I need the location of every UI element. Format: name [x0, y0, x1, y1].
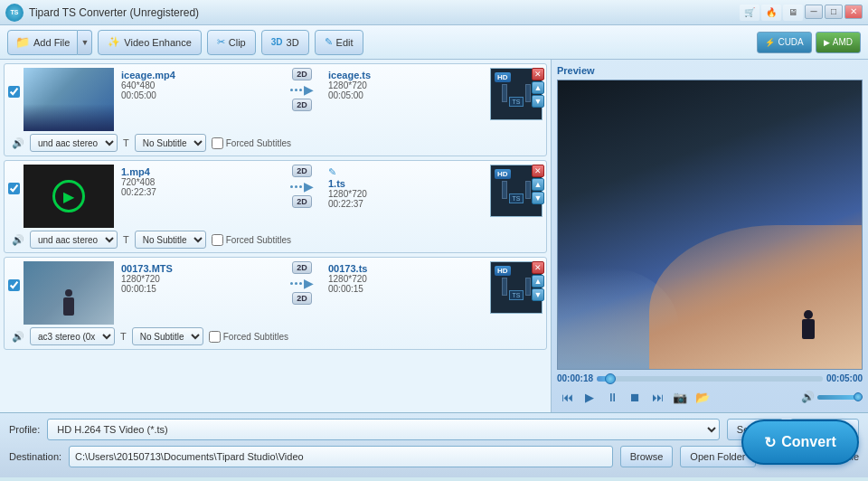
clip-label: Clip	[229, 37, 246, 48]
forced-subtitle-checkbox[interactable]	[212, 137, 223, 149]
file-list: iceage.mp4 640*480 00:05:00 2D ▶ 2D icea…	[0, 60, 552, 412]
file-checkbox[interactable]	[8, 86, 20, 98]
fire-icon[interactable]: 🔥	[761, 5, 781, 21]
audio-select[interactable]: und aac stereo	[30, 231, 118, 249]
volume-bar[interactable]	[817, 395, 863, 400]
subtitle-select[interactable]: No Subtitle	[132, 327, 203, 345]
output-2d-badge: 2D	[292, 195, 312, 208]
skip-back-button[interactable]: ⏮	[557, 387, 577, 407]
convert-button-wrap: ↻ Convert	[741, 420, 859, 465]
play-button[interactable]: ▶	[580, 387, 599, 407]
screenshot-button[interactable]: 📷	[670, 387, 690, 407]
current-time-label: 00:00:18	[557, 373, 593, 383]
convert-label: Convert	[781, 434, 835, 450]
add-file-dropdown[interactable]: ▼	[78, 30, 92, 55]
cart-icon[interactable]: 🛒	[740, 5, 760, 21]
progress-thumb[interactable]	[605, 373, 616, 384]
convert-button[interactable]: ↻ Convert	[741, 420, 859, 465]
file-thumbnail	[24, 261, 114, 325]
title-bar: TS Tipard TS Converter (Unregistered) 🛒 …	[0, 0, 868, 25]
cuda-button[interactable]: ⚡ CUDA	[757, 32, 811, 53]
play-icon: ▶	[52, 180, 85, 212]
add-file-icon: 📁	[15, 35, 30, 49]
item-controls: ✕ ▲ ▼	[532, 165, 544, 204]
audio-select[interactable]: ac3 stereo (0x	[30, 327, 115, 345]
file-name: iceage.mp4	[121, 70, 276, 80]
subtitle-select[interactable]: No Subtitle	[135, 231, 206, 249]
output-2d-badge: 2D	[292, 292, 312, 305]
clip-icon: ✂	[217, 36, 225, 48]
forced-subtitle-checkbox[interactable]	[212, 234, 223, 246]
close-button[interactable]: ✕	[844, 5, 863, 19]
file-info: 1.mp4 720*408 00:22:37	[118, 165, 279, 199]
hd-badge: HD	[495, 169, 511, 179]
bottom-bar: Profile: HD H.264 TS Video (*.ts) Settin…	[0, 412, 868, 477]
list-item: iceage.mp4 640*480 00:05:00 2D ▶ 2D icea…	[4, 63, 547, 156]
scroll-down-button[interactable]: ▼	[532, 95, 544, 108]
list-item: ▶ 1.mp4 720*408 00:22:37 2D ▶ 2D	[4, 160, 547, 253]
profile-row: Profile: HD H.264 TS Video (*.ts) Settin…	[9, 419, 859, 440]
forced-subtitle-checkbox[interactable]	[209, 331, 221, 343]
profile-select[interactable]: HD H.264 TS Video (*.ts)	[47, 419, 720, 440]
folder-button[interactable]: 📂	[693, 387, 712, 407]
subtitle-select[interactable]: No Subtitle	[135, 134, 206, 152]
preview-scene	[558, 80, 862, 369]
clip-button[interactable]: ✂ Clip	[207, 30, 256, 55]
scroll-up-button[interactable]: ▲	[532, 81, 544, 94]
destination-input[interactable]	[69, 446, 613, 467]
file-info: 00173.MTS 1280*720 00:00:15	[118, 261, 279, 296]
file-name: 1.mp4	[121, 166, 276, 177]
edit-button[interactable]: ✎ Edit	[315, 30, 363, 55]
scroll-up-button[interactable]: ▲	[532, 178, 544, 191]
scroll-down-button[interactable]: ▼	[532, 192, 544, 204]
skip-forward-button[interactable]: ⏭	[647, 387, 667, 407]
preview-controls: 00:00:18 00:05:00 ⏮ ▶ ⏸ ⏹ ⏭ 📷 📂	[557, 373, 863, 407]
add-file-button[interactable]: 📁 Add File	[7, 30, 78, 55]
file-duration: 00:00:15	[121, 284, 276, 294]
subtitle-icon: T	[123, 137, 129, 148]
remove-item-button[interactable]: ✕	[532, 261, 544, 274]
add-file-group: 📁 Add File ▼	[7, 30, 92, 55]
file-thumbnail	[24, 68, 114, 131]
volume-thumb[interactable]	[854, 392, 863, 401]
destination-label: Destination:	[9, 451, 61, 462]
app-icon: TS	[5, 4, 24, 22]
amd-label: AMD	[833, 37, 853, 47]
browse-button[interactable]: Browse	[620, 446, 674, 467]
pause-button[interactable]: ⏸	[602, 387, 622, 407]
minimize-button[interactable]: ─	[805, 5, 823, 19]
volume-icon: 🔊	[801, 391, 815, 403]
progress-bar[interactable]	[597, 376, 823, 382]
app-title: Tipard TS Converter (Unregistered)	[29, 6, 199, 19]
remove-item-button[interactable]: ✕	[532, 68, 544, 80]
item-controls: ✕ ▲ ▼	[532, 68, 544, 108]
output-duration: 00:00:15	[328, 284, 483, 294]
screen-icon[interactable]: 🖥	[783, 5, 803, 21]
file-thumbnail: ▶	[24, 165, 114, 228]
video-enhance-icon: ✨	[108, 36, 120, 48]
output-info: iceage.ts 1280*720 00:05:00	[325, 68, 486, 102]
hd-badge: HD	[495, 266, 511, 276]
edit-icon: ✎	[325, 36, 333, 48]
preview-video	[557, 80, 863, 370]
maximize-button[interactable]: □	[825, 5, 843, 19]
video-enhance-button[interactable]: ✨ Video Enhance	[98, 30, 201, 55]
scroll-down-button[interactable]: ▼	[532, 288, 544, 301]
file-info: iceage.mp4 640*480 00:05:00	[118, 68, 279, 102]
3d-icon: 3D	[271, 37, 283, 47]
file-duration: 00:22:37	[121, 187, 276, 197]
file-checkbox[interactable]	[8, 279, 20, 291]
file-checkbox[interactable]	[8, 183, 20, 194]
amd-button[interactable]: ▶ AMD	[816, 32, 861, 53]
output-name: iceage.ts	[328, 70, 483, 80]
stop-button[interactable]: ⏹	[625, 387, 645, 407]
file-dimensions: 720*408	[121, 177, 276, 187]
scroll-up-button[interactable]: ▲	[532, 275, 544, 288]
edit-filename-icon[interactable]: ✎	[328, 166, 336, 177]
audio-icon: 🔊	[12, 234, 24, 246]
remove-item-button[interactable]: ✕	[532, 165, 544, 177]
ts-badge: TS	[509, 290, 524, 300]
video-enhance-label: Video Enhance	[124, 37, 191, 48]
3d-button[interactable]: 3D 3D	[261, 30, 309, 55]
audio-select[interactable]: und aac stereo	[30, 134, 118, 152]
